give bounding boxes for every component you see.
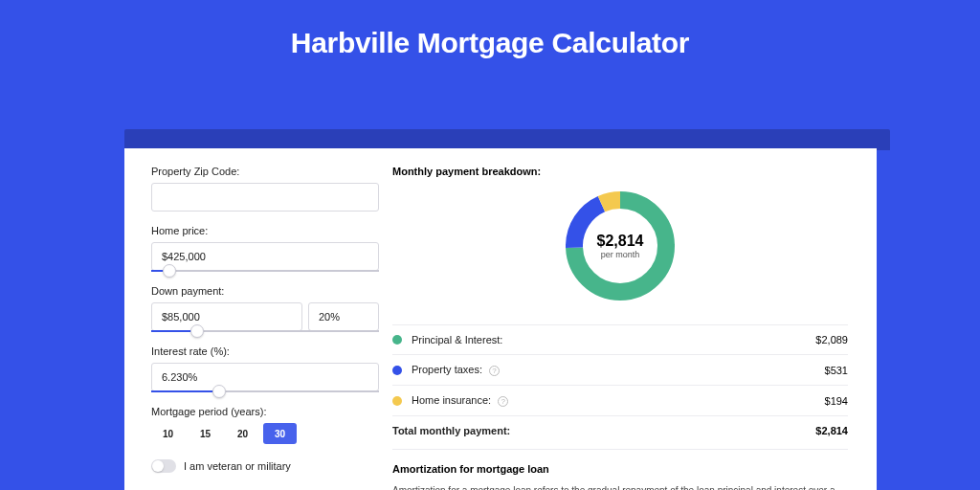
legend-value-principal: $2,089: [815, 334, 848, 345]
calculator-panel: Property Zip Code: Home price: $425,000 …: [124, 148, 877, 490]
down-payment-slider-thumb[interactable]: [190, 324, 204, 338]
down-payment-slider[interactable]: [151, 330, 379, 332]
price-slider-thumb[interactable]: [163, 264, 176, 278]
period-options: 10 15 20 30: [151, 423, 392, 444]
legend-taxes: Property taxes: ? $531: [392, 354, 848, 385]
legend-dot-principal: [392, 335, 402, 345]
down-payment-amount-input[interactable]: $85,000: [151, 302, 302, 331]
breakdown-column: Monthly payment breakdown: $2,814 per mo…: [392, 148, 877, 490]
legend-label-taxes: Property taxes: ?: [412, 364, 825, 376]
panel-shadow: [124, 129, 890, 150]
zip-label: Property Zip Code:: [151, 166, 392, 177]
amortization-section: Amortization for mortgage loan Amortizat…: [392, 449, 848, 490]
donut-amount: $2,814: [597, 233, 644, 250]
help-icon[interactable]: ?: [489, 366, 500, 376]
veteran-toggle-row: I am veteran or military: [151, 459, 392, 473]
legend-dot-insurance: [392, 396, 402, 406]
rate-input[interactable]: 6.230%: [151, 363, 379, 391]
rate-label: Interest rate (%):: [151, 345, 392, 357]
form-column: Property Zip Code: Home price: $425,000 …: [124, 148, 392, 490]
breakdown-title: Monthly payment breakdown:: [392, 166, 848, 177]
rate-slider[interactable]: [151, 390, 379, 392]
legend-insurance: Home insurance: ? $194: [392, 385, 848, 415]
legend-dot-taxes: [392, 366, 402, 375]
donut-chart-container: $2,814 per month: [392, 189, 848, 303]
amortization-text: Amortization for a mortgage loan refers …: [392, 484, 848, 490]
period-option-20[interactable]: 20: [226, 423, 259, 444]
donut-label: per month: [601, 250, 640, 259]
price-slider[interactable]: [151, 270, 379, 272]
legend-total: Total monthly payment: $2,814: [392, 415, 848, 445]
donut-chart: $2,814 per month: [563, 189, 678, 303]
period-option-30[interactable]: 30: [263, 423, 297, 444]
veteran-label: I am veteran or military: [184, 460, 291, 472]
donut-center: $2,814 per month: [563, 189, 678, 303]
legend-label-total: Total monthly payment:: [392, 425, 815, 436]
page-title: Harbville Mortgage Calculator: [0, 0, 980, 82]
price-label: Home price:: [151, 225, 392, 236]
legend-principal: Principal & Interest: $2,089: [392, 324, 848, 354]
amortization-title: Amortization for mortgage loan: [392, 463, 848, 475]
down-payment-label: Down payment:: [151, 285, 392, 297]
legend-label-insurance: Home insurance: ?: [412, 394, 825, 407]
period-label: Mortgage period (years):: [151, 406, 392, 417]
down-payment-pct-input[interactable]: 20%: [308, 302, 379, 331]
zip-input[interactable]: [151, 183, 379, 212]
help-icon[interactable]: ?: [498, 396, 508, 407]
veteran-toggle[interactable]: [151, 459, 176, 473]
legend-value-insurance: $194: [825, 395, 848, 407]
rate-slider-thumb[interactable]: [212, 385, 226, 398]
legend-value-taxes: $531: [825, 365, 848, 376]
period-option-15[interactable]: 15: [189, 423, 222, 444]
period-option-10[interactable]: 10: [151, 423, 185, 444]
price-input[interactable]: $425,000: [151, 242, 379, 271]
legend-value-total: $2,814: [815, 425, 848, 436]
legend-label-principal: Principal & Interest:: [412, 334, 815, 345]
veteran-toggle-knob: [152, 460, 164, 472]
